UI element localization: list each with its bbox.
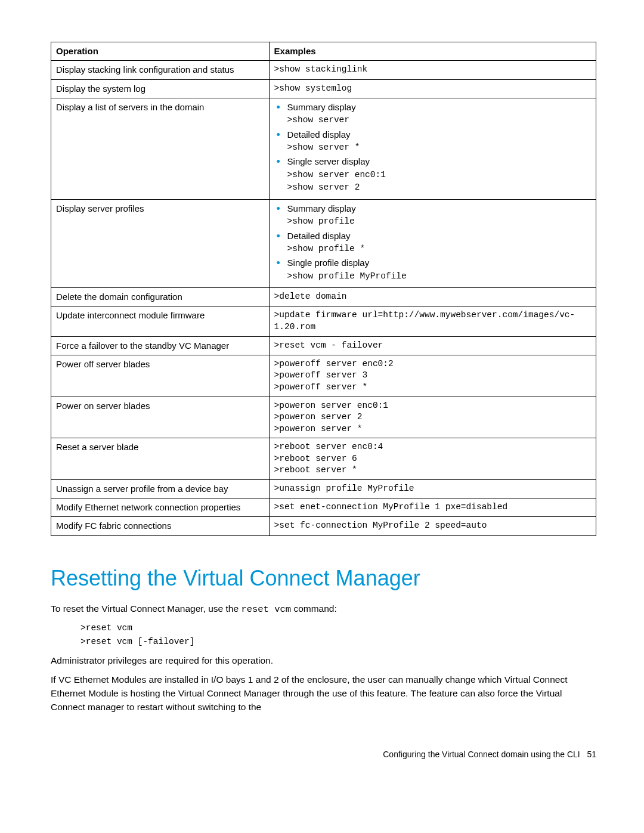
examples-cell: >show stackinglink (269, 61, 596, 79)
examples-cell: >show systemlog (269, 79, 596, 98)
table-row: Force a failover to the standby VC Manag… (51, 336, 596, 355)
table-row: Display the system log>show systemlog (51, 79, 596, 98)
code-line: >reset vcm (80, 621, 596, 635)
reset-code-block: >reset vcm >reset vcm [-failover] (80, 621, 596, 649)
description-paragraph: If VC Ethernet Modules are installed in … (51, 673, 596, 714)
bullet-label: Summary display (287, 102, 356, 112)
bullet-item: Single profile display>show profile MyPr… (274, 257, 591, 282)
operation-cell: Modify FC fabric connections (51, 517, 270, 535)
code-line: >reboot server * (274, 465, 591, 476)
examples-cell: >set fc-connection MyProfile 2 speed=aut… (269, 517, 596, 535)
bullet-label: Detailed display (287, 231, 351, 241)
code-line: >poweroff server * (274, 382, 591, 394)
code-line: >show server (287, 114, 591, 126)
examples-cell: >reset vcm - failover (269, 336, 596, 355)
examples-cell: Summary display>show serverDetailed disp… (269, 98, 596, 199)
operation-cell: Power on server blades (51, 397, 270, 438)
examples-cell: >reboot server enc0:4>reboot server 6>re… (269, 438, 596, 480)
operation-cell: Display a list of servers in the domain (51, 98, 270, 199)
header-examples: Examples (269, 42, 596, 61)
privileges-paragraph: Administrator privileges are required fo… (51, 654, 596, 667)
table-row: Display stacking link configuration and … (51, 61, 596, 79)
table-row: Display a list of servers in the domainS… (51, 98, 596, 199)
table-row: Power on server blades>poweron server en… (51, 397, 596, 438)
page-footer: Configuring the Virtual Connect domain u… (51, 750, 596, 759)
code-line: >reboot server enc0:4 (274, 441, 591, 453)
examples-cell: Summary display>show profileDetailed dis… (269, 199, 596, 287)
footer-text: Configuring the Virtual Connect domain u… (383, 750, 580, 759)
bullet-item: Summary display>show profile (274, 203, 591, 228)
code-line: >show profile * (287, 243, 591, 255)
table-row: Display server profilesSummary display>s… (51, 199, 596, 287)
code-line: >delete domain (274, 291, 591, 303)
operation-cell: Delete the domain configuration (51, 288, 270, 306)
bullet-label: Single server display (287, 156, 370, 166)
code-line: >poweroff server 3 (274, 370, 591, 382)
intro-text-a: To reset the Virtual Connect Manager, us… (51, 603, 241, 614)
examples-cell: >delete domain (269, 288, 596, 306)
operation-cell: Power off server blades (51, 355, 270, 397)
code-line: >show profile MyProfile (287, 271, 591, 283)
bullet-item: Single server display>show server enc0:1… (274, 156, 591, 193)
operation-cell: Display stacking link configuration and … (51, 61, 270, 79)
examples-cell: >poweroff server enc0:2>poweroff server … (269, 355, 596, 397)
operation-cell: Reset a server blade (51, 438, 270, 480)
table-row: Reset a server blade>reboot server enc0:… (51, 438, 596, 480)
table-row: Unassign a server profile from a device … (51, 479, 596, 498)
operation-cell: Modify Ethernet network connection prope… (51, 498, 270, 517)
table-row: Delete the domain configuration>delete d… (51, 288, 596, 306)
operation-cell: Update interconnect module firmware (51, 306, 270, 336)
bullet-label: Single profile display (287, 258, 370, 268)
bullet-item: Detailed display>show server * (274, 129, 591, 154)
examples-cell: >set enet-connection MyProfile 1 pxe=dis… (269, 498, 596, 517)
code-line: >show systemlog (274, 83, 591, 95)
operation-cell: Display the system log (51, 79, 270, 98)
table-row: Power off server blades>poweroff server … (51, 355, 596, 397)
code-line: >set fc-connection MyProfile 2 speed=aut… (274, 520, 591, 532)
table-row: Modify Ethernet network connection prope… (51, 498, 596, 517)
code-line: >reboot server 6 (274, 453, 591, 465)
code-line: >poweron server enc0:1 (274, 400, 591, 412)
examples-cell: >poweron server enc0:1>poweron server 2>… (269, 397, 596, 438)
code-line: >show server enc0:1 (287, 169, 591, 181)
bullet-item: Summary display>show server (274, 101, 591, 126)
bullet-label: Summary display (287, 203, 356, 213)
header-operation: Operation (51, 42, 270, 61)
code-line: >poweroff server enc0:2 (274, 358, 591, 370)
examples-cell: >unassign profile MyProfile (269, 479, 596, 498)
code-line: >set enet-connection MyProfile 1 pxe=dis… (274, 501, 591, 513)
code-line: >reset vcm - failover (274, 340, 591, 352)
code-line: >show server * (287, 142, 591, 154)
code-line: >poweron server * (274, 423, 591, 435)
bullet-label: Detailed display (287, 129, 351, 140)
operation-cell: Force a failover to the standby VC Manag… (51, 336, 270, 355)
code-line: >reset vcm [-failover] (80, 635, 596, 649)
code-line: >unassign profile MyProfile (274, 483, 591, 495)
table-row: Modify FC fabric connections>set fc-conn… (51, 517, 596, 535)
code-line: >show stackinglink (274, 64, 591, 76)
code-line: >show server 2 (287, 182, 591, 194)
operation-cell: Unassign a server profile from a device … (51, 479, 270, 498)
footer-page-number: 51 (587, 750, 596, 759)
section-heading: Resetting the Virtual Connect Manager (51, 566, 596, 591)
intro-paragraph: To reset the Virtual Connect Manager, us… (51, 602, 596, 617)
operation-cell: Display server profiles (51, 199, 270, 287)
code-line: >show profile (287, 216, 591, 228)
code-line: >update firmware url=http://www.mywebser… (274, 309, 591, 333)
intro-command: reset vcm (241, 604, 291, 615)
code-line: >poweron server 2 (274, 411, 591, 423)
examples-cell: >update firmware url=http://www.mywebser… (269, 306, 596, 336)
intro-text-b: command: (291, 603, 337, 614)
table-row: Update interconnect module firmware>upda… (51, 306, 596, 336)
operations-table: Operation Examples Display stacking link… (51, 42, 596, 536)
bullet-item: Detailed display>show profile * (274, 230, 591, 255)
